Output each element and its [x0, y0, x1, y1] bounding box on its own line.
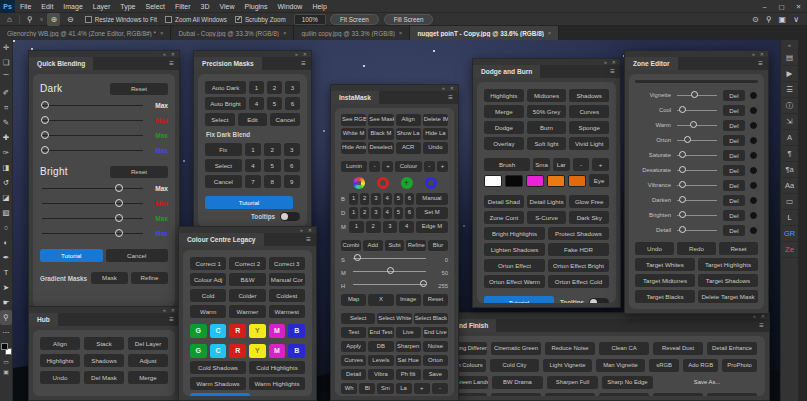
- number-button[interactable]: 1: [349, 221, 364, 233]
- colour-wheel-icon[interactable]: [353, 177, 365, 189]
- panel-menu-icon[interactable]: ≡: [296, 57, 311, 70]
- del-button[interactable]: Del: [723, 180, 745, 191]
- panel-button[interactable]: Warmer: [229, 305, 265, 318]
- options-checkbox[interactable]: Zoom All Windows: [165, 16, 227, 23]
- del-button[interactable]: Del: [723, 150, 745, 161]
- eye-icon[interactable]: [749, 121, 758, 130]
- saturate-color-button[interactable]: M: [269, 324, 286, 338]
- hub-button[interactable]: Shadows: [84, 354, 124, 367]
- panel-button[interactable]: -: [432, 383, 448, 395]
- panel-button[interactable]: Curves: [569, 105, 609, 118]
- hub-button[interactable]: Undo: [40, 371, 80, 384]
- eye-icon[interactable]: [749, 226, 758, 235]
- panel-button[interactable]: B&W: [229, 273, 265, 286]
- panel-button[interactable]: Select White: [377, 313, 411, 325]
- quick-selection-tool[interactable]: ✐: [0, 85, 12, 100]
- panel-button[interactable]: End Test: [368, 327, 393, 339]
- slider-track[interactable]: [675, 118, 719, 132]
- red-circle-icon[interactable]: [377, 177, 389, 189]
- panel-button[interactable]: Save: [423, 369, 448, 381]
- panel-button[interactable]: Cold Shadows: [190, 361, 246, 374]
- panel-button[interactable]: PSD: [653, 393, 703, 396]
- panel-button[interactable]: +: [437, 161, 448, 173]
- document-tab[interactable]: guilin copy.jpg @ 33.3% (RGB/8) ×: [294, 26, 410, 40]
- history-brush-tool[interactable]: ↺: [0, 175, 12, 190]
- properties-icon[interactable]: ☰: [782, 82, 798, 98]
- panel-button[interactable]: Bright Highlights: [484, 227, 545, 240]
- slider-track[interactable]: [675, 88, 719, 102]
- slider-knob[interactable]: [387, 267, 394, 274]
- panel-button[interactable]: Delete Target Mask: [698, 290, 758, 303]
- edit-toolbar-icon[interactable]: ⋯: [0, 325, 12, 340]
- desaturate-color-button[interactable]: R: [229, 344, 246, 358]
- panel-button[interactable]: Coldest: [269, 289, 305, 302]
- slider-track[interactable]: [675, 148, 719, 162]
- hub-button[interactable]: Del Layer: [128, 337, 168, 350]
- panel-button[interactable]: Target Shadows: [698, 274, 758, 287]
- slider-knob[interactable]: [115, 214, 123, 222]
- glyphs-icon[interactable]: ¶a: [782, 162, 798, 178]
- panel-button[interactable]: Ancient Photo: [491, 393, 541, 396]
- panel-button[interactable]: Fix: [205, 143, 242, 156]
- number-button[interactable]: 3: [371, 207, 380, 219]
- menu-item[interactable]: File: [15, 0, 36, 13]
- panel-button[interactable]: Bl: [359, 383, 375, 395]
- panel-menu-icon[interactable]: ≡: [605, 65, 620, 78]
- slider-track[interactable]: [40, 181, 145, 196]
- panel-button[interactable]: 7: [245, 175, 261, 188]
- panel-menu-icon[interactable]: ≡: [301, 233, 316, 246]
- panel-button[interactable]: 2: [267, 81, 282, 94]
- del-button[interactable]: Del: [723, 225, 745, 236]
- panel-menu-icon[interactable]: ≡: [754, 319, 769, 332]
- panel-button[interactable]: +: [382, 161, 393, 173]
- eye-icon[interactable]: [749, 211, 758, 220]
- saturate-color-button[interactable]: G: [190, 324, 207, 338]
- panel-button[interactable]: White M: [341, 128, 366, 140]
- slider-knob[interactable]: [690, 121, 697, 128]
- panel-button[interactable]: Manual: [416, 193, 448, 205]
- number-button[interactable]: 2: [360, 193, 369, 205]
- workspace-switcher-icon[interactable]: ▣: [779, 15, 787, 24]
- slider-track[interactable]: [675, 193, 719, 207]
- gradient-mask-button[interactable]: Mask: [91, 272, 128, 284]
- actions-icon[interactable]: ▶: [782, 66, 798, 82]
- tooltips-toggle[interactable]: [589, 298, 609, 303]
- panel-button[interactable]: Overlay: [484, 137, 524, 150]
- document-tab[interactable]: Dubai - Copy.jpg @ 33.3% (RGB/8) ×: [171, 26, 294, 40]
- panel-button[interactable]: Cold City: [490, 359, 539, 372]
- panel-button[interactable]: Cancel: [205, 175, 242, 188]
- cancel-button[interactable]: Cancel: [106, 249, 169, 262]
- panel-button[interactable]: Merge: [484, 105, 524, 118]
- slider-knob[interactable]: [115, 199, 123, 207]
- slider-track[interactable]: [675, 103, 719, 117]
- panel-button[interactable]: Target Whites: [635, 258, 695, 271]
- panel-button[interactable]: Add: [363, 240, 383, 252]
- panel-button[interactable]: Dodge: [484, 121, 524, 134]
- menu-item[interactable]: Filter: [170, 0, 196, 13]
- panel-button[interactable]: Man Vignette: [596, 359, 645, 372]
- panel-button[interactable]: Cancel: [270, 113, 300, 126]
- panel-button[interactable]: Vivid Light: [569, 137, 609, 150]
- slider-knob[interactable]: [115, 184, 123, 192]
- move-tool[interactable]: ✛: [0, 40, 12, 55]
- slider-knob[interactable]: [115, 229, 123, 237]
- panel-button[interactable]: Test: [341, 327, 366, 339]
- maximize-button[interactable]: ▢: [773, 0, 790, 13]
- healing-brush-tool[interactable]: ✚: [0, 130, 12, 145]
- panel-button[interactable]: Reduce Noise: [545, 342, 595, 355]
- panel-button[interactable]: Shadows: [569, 89, 609, 102]
- panel-button[interactable]: Sat Hue: [396, 355, 421, 367]
- number-button[interactable]: 2: [360, 207, 369, 219]
- panel-button[interactable]: Save As...: [657, 376, 757, 389]
- panel-button[interactable]: Redo: [677, 242, 716, 255]
- panel-button[interactable]: ACR: [396, 142, 421, 154]
- panel-button[interactable]: 1: [249, 81, 264, 94]
- number-button[interactable]: 6: [405, 207, 414, 219]
- panel-button[interactable]: Correct 3: [269, 257, 305, 270]
- expand-panels-icon[interactable]: «: [788, 42, 791, 48]
- slider-knob[interactable]: [679, 166, 686, 173]
- panel-button[interactable]: Deselect: [368, 142, 393, 154]
- panel-button[interactable]: Apply: [341, 341, 366, 353]
- options-checkbox[interactable]: Resize Windows to Fit: [85, 16, 157, 23]
- paragraph-icon[interactable]: ¶: [782, 146, 798, 162]
